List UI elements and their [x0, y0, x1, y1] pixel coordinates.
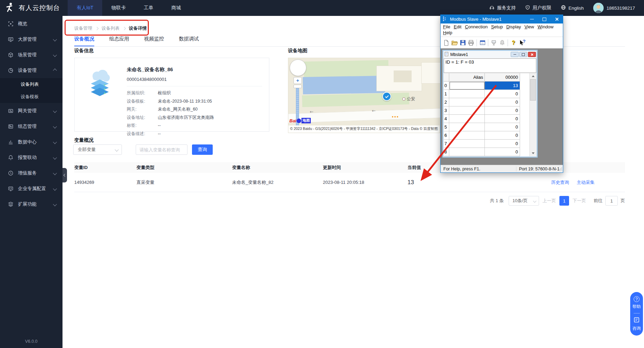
sidebar-item-overview[interactable]: 概览	[0, 16, 63, 31]
consult-button[interactable]: 咨询	[633, 317, 641, 331]
sidebar-item-device-template[interactable]: 设备模板	[0, 91, 63, 103]
breadcrumb-device-list[interactable]: 设备列表	[102, 25, 119, 31]
child-restore-button[interactable]	[519, 52, 527, 57]
child-titlebar[interactable]: Mbslave1	[443, 51, 537, 58]
nav-tab-mall[interactable]: 商城	[162, 0, 190, 16]
language-switch[interactable]: English	[561, 5, 584, 11]
modbus-titlebar[interactable]: Modbus Slave - Mbslave1	[441, 15, 563, 23]
traffic-icon[interactable]	[490, 39, 498, 47]
open-file-icon[interactable]	[450, 39, 459, 47]
sidebar-item-device-management[interactable]: 设备管理	[0, 63, 63, 78]
menu-display[interactable]: Display	[504, 24, 523, 30]
menu-window[interactable]: Window	[536, 24, 555, 30]
tab-scada-application[interactable]: 组态应用	[109, 36, 129, 46]
grid-value-cell[interactable]: 0	[485, 140, 520, 148]
grid-scrollbar[interactable]	[529, 73, 536, 156]
grid-value-cell[interactable]: 0	[485, 115, 520, 123]
grid-value-cell[interactable]: 0	[485, 148, 520, 156]
grid-value-cell[interactable]: 0	[485, 131, 520, 140]
menu-edit[interactable]: Edit	[452, 24, 463, 30]
scroll-down-icon[interactable]	[530, 150, 536, 156]
maximize-button[interactable]	[538, 15, 550, 23]
menu-view[interactable]: View	[523, 24, 536, 30]
pan-left-icon[interactable]	[292, 66, 296, 69]
print-icon[interactable]	[467, 39, 475, 47]
menu-file[interactable]: File	[441, 24, 452, 30]
tab-device-overview[interactable]: 设备概况	[74, 36, 94, 46]
menu-setup[interactable]: Setup	[489, 24, 504, 30]
breadcrumb-device-management[interactable]: 设备管理	[74, 25, 92, 31]
display-setup-icon[interactable]	[478, 39, 487, 47]
save-icon[interactable]	[459, 39, 467, 47]
pan-down-icon[interactable]	[296, 70, 299, 74]
bell-icon[interactable]	[498, 39, 506, 47]
sidebar-item-device-list[interactable]: 设备列表	[0, 78, 63, 91]
sidebar-item-extended-functions[interactable]: 扩展功能	[0, 196, 63, 212]
sidebar-item-gateway-management[interactable]: 网关管理	[0, 103, 63, 119]
pan-up-icon[interactable]	[296, 62, 299, 65]
nav-tab-work-order[interactable]: 工单	[135, 0, 162, 16]
tab-data-debug[interactable]: 数据调试	[179, 36, 199, 46]
child-close-button[interactable]	[528, 52, 536, 57]
grid-alias-cell[interactable]	[449, 123, 485, 131]
grid-value-cell[interactable]: 0	[485, 106, 520, 115]
tab-video-monitor[interactable]: 视频监控	[144, 36, 164, 46]
close-button[interactable]	[550, 15, 563, 23]
sidebar-item-scene-management[interactable]: 场景管理	[0, 47, 63, 63]
sidebar-item-value-added-services[interactable]: 增值服务	[0, 165, 63, 181]
sidebar-item-data-center[interactable]: 数据中心	[0, 134, 63, 150]
account[interactable]: 18653198217	[593, 3, 635, 13]
scroll-thumb[interactable]	[530, 79, 536, 101]
brand[interactable]: 有人云控制台	[0, 2, 68, 14]
context-help-icon[interactable]: ?	[518, 39, 526, 47]
history-query-link[interactable]: 历史查询	[551, 179, 569, 186]
grid-alias-cell[interactable]	[449, 131, 485, 140]
active-collect-link[interactable]: 主动采集	[577, 179, 595, 186]
grid-alias-cell[interactable]	[449, 90, 485, 98]
resize-grip[interactable]	[558, 167, 563, 172]
sidebar-item-alarm-linkage[interactable]: 报警联动	[0, 150, 63, 165]
help-button[interactable]: ? 帮助	[633, 296, 641, 310]
nav-tab-usr-iot[interactable]: 有人IoT	[68, 0, 102, 16]
device-location-marker[interactable]	[382, 92, 391, 101]
sidebar-item-scada-management[interactable]: 组态管理	[0, 119, 63, 134]
modbus-slave-window[interactable]: Modbus Slave - Mbslave1 File Edit Connec…	[440, 15, 563, 173]
next-page-button[interactable]: 下一页	[573, 198, 586, 204]
map-zoom-in-button[interactable]: +	[294, 77, 302, 84]
grid-alias-cell[interactable]	[449, 82, 485, 90]
mbslave1-child-window[interactable]: Mbslave1 ID = 1: F = 03 Alias 00000 013	[442, 50, 538, 158]
grid-alias-cell[interactable]	[449, 106, 485, 115]
grid-alias-cell[interactable]	[449, 98, 485, 106]
new-file-icon[interactable]	[442, 39, 450, 47]
sidebar-collapse-handle[interactable]	[63, 168, 67, 182]
grid-value-cell-selected[interactable]: 13	[485, 82, 520, 90]
pan-right-icon[interactable]	[300, 66, 304, 69]
grid-value-cell[interactable]: 0	[485, 90, 520, 98]
map-green-area	[304, 60, 389, 77]
prev-page-button[interactable]: 上一页	[542, 198, 556, 204]
map-zoom-knob[interactable]	[294, 85, 302, 88]
goto-page-input[interactable]	[605, 196, 618, 206]
sidebar-item-enterprise-config[interactable]: 企业专属配置	[0, 181, 63, 196]
menu-connection[interactable]: Connection	[463, 24, 489, 30]
page-size-select[interactable]: 10条/页	[509, 196, 539, 206]
user-permission[interactable]: 用户权限	[525, 5, 551, 11]
scroll-up-icon[interactable]	[530, 73, 536, 79]
grid-value-cell[interactable]: 0	[485, 98, 520, 106]
menu-help[interactable]: Help	[441, 30, 454, 36]
child-minimize-button[interactable]	[511, 52, 519, 57]
grid-alias-cell[interactable]	[449, 148, 485, 156]
minimize-button[interactable]	[526, 15, 538, 23]
grid-value-cell[interactable]: 0	[485, 123, 520, 131]
nav-tab-iot-card[interactable]: 物联卡	[102, 0, 135, 16]
map-pan-control[interactable]	[290, 59, 306, 76]
grid-alias-cell[interactable]	[449, 140, 485, 148]
grid-alias-cell[interactable]	[449, 115, 485, 123]
variable-type-select[interactable]: 全部变量	[73, 144, 122, 155]
help-icon[interactable]: ?	[509, 39, 518, 47]
service-support[interactable]: 服务支持	[489, 5, 516, 11]
current-page-button[interactable]: 1	[559, 196, 569, 206]
variable-search-input[interactable]	[136, 144, 188, 155]
query-button[interactable]: 查询	[192, 144, 213, 155]
sidebar-item-screen-management[interactable]: 大屏管理	[0, 31, 63, 47]
